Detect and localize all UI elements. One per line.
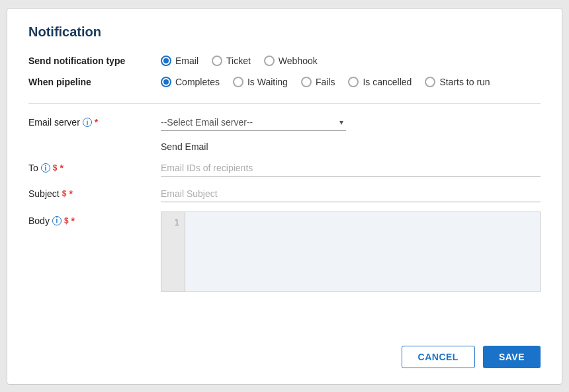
when-pipeline-row: When pipeline Completes Is Waiting Fails…: [28, 77, 541, 87]
radio-email[interactable]: Email: [161, 56, 198, 66]
notification-dialog: Notification Send notification type Emai…: [7, 8, 562, 385]
radio-is-waiting-label: Is Waiting: [247, 77, 288, 87]
to-row: To i $ *: [28, 160, 541, 176]
subject-dollar-icon: $: [62, 189, 67, 198]
radio-circle-ticket: [212, 56, 222, 66]
email-server-info-icon[interactable]: i: [83, 118, 92, 127]
email-server-select-wrapper: --Select Email server-- ▾: [161, 114, 346, 131]
radio-circle-starts-to-run: [425, 77, 435, 87]
save-button[interactable]: SAVE: [483, 346, 541, 368]
body-textarea[interactable]: [185, 212, 540, 292]
to-required: *: [60, 163, 63, 173]
subject-required: *: [69, 188, 72, 199]
body-required: *: [71, 216, 75, 226]
body-info-icon[interactable]: i: [52, 216, 62, 225]
radio-circle-completes: [161, 77, 171, 87]
radio-starts-to-run-label: Starts to run: [439, 77, 490, 87]
radio-webhook[interactable]: Webhook: [264, 56, 318, 66]
to-info-icon[interactable]: i: [41, 163, 50, 173]
subject-row: Subject $ *: [28, 186, 541, 202]
section-divider: [28, 103, 541, 104]
body-dollar-icon: $: [64, 216, 69, 225]
email-server-required: *: [95, 117, 98, 128]
radio-circle-is-waiting: [233, 77, 243, 87]
to-input[interactable]: [161, 160, 541, 176]
email-server-select[interactable]: --Select Email server--: [161, 114, 346, 131]
dialog-footer: CANCEL SAVE: [28, 330, 541, 368]
radio-is-waiting[interactable]: Is Waiting: [233, 77, 288, 87]
when-pipeline-label: When pipeline: [28, 77, 161, 87]
radio-fails[interactable]: Fails: [301, 77, 335, 87]
radio-webhook-label: Webhook: [279, 56, 318, 66]
radio-circle-is-cancelled: [348, 77, 359, 87]
radio-ticket[interactable]: Ticket: [212, 56, 251, 66]
radio-completes[interactable]: Completes: [161, 77, 220, 87]
when-pipeline-options: Completes Is Waiting Fails Is cancelled …: [161, 77, 490, 87]
body-row: Body i $ * 1: [28, 212, 541, 292]
radio-fails-label: Fails: [316, 77, 335, 87]
dialog-title: Notification: [28, 24, 541, 40]
cancel-button[interactable]: CANCEL: [402, 346, 475, 368]
notification-type-row: Send notification type Email Ticket Webh…: [28, 56, 541, 66]
email-server-label: Email server i *: [28, 117, 161, 128]
notification-type-label: Send notification type: [28, 56, 161, 66]
body-label: Body i $ *: [28, 212, 161, 226]
radio-is-cancelled[interactable]: Is cancelled: [348, 77, 412, 87]
radio-starts-to-run[interactable]: Starts to run: [425, 77, 490, 87]
radio-circle-fails: [301, 77, 312, 87]
radio-completes-label: Completes: [175, 77, 220, 87]
to-dollar-icon: $: [53, 163, 58, 173]
to-label: To i $ *: [28, 163, 161, 173]
radio-circle-email: [161, 56, 171, 66]
notification-type-options: Email Ticket Webhook: [161, 56, 318, 66]
body-code-editor: 1: [161, 212, 541, 292]
subject-label: Subject $ *: [28, 188, 161, 199]
radio-is-cancelled-label: Is cancelled: [363, 77, 412, 87]
radio-email-label: Email: [175, 56, 198, 66]
radio-circle-webhook: [264, 56, 275, 66]
send-email-label: Send Email: [28, 141, 541, 152]
subject-input[interactable]: [161, 186, 541, 202]
radio-ticket-label: Ticket: [226, 56, 251, 66]
line-numbers: 1: [161, 212, 185, 292]
email-server-row: Email server i * --Select Email server--…: [28, 114, 541, 131]
